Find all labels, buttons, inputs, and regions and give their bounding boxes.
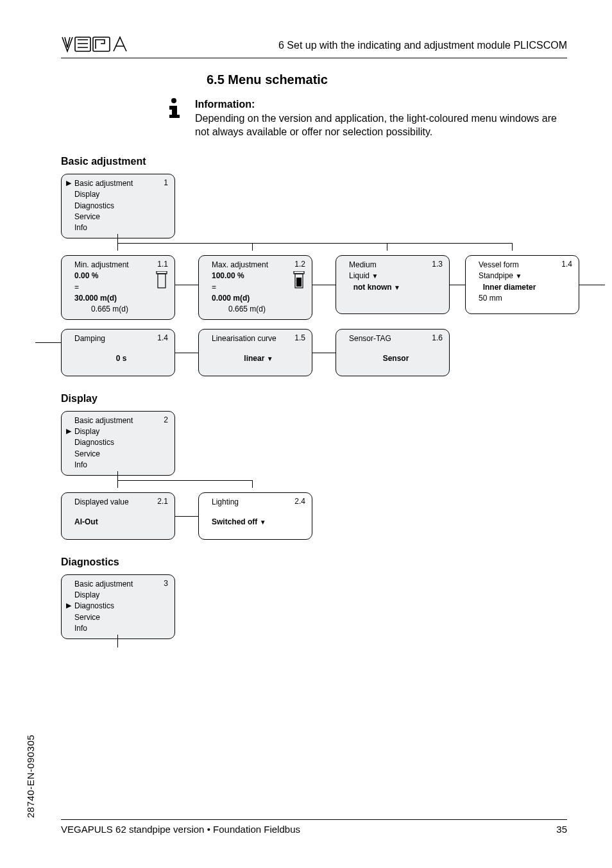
- menu-item: Info: [74, 623, 168, 634]
- menu-value: 0.665 m(d): [212, 304, 305, 315]
- diagnostics-tree: 3 Basic adjustment Display ▶ Diagnostics…: [61, 574, 599, 639]
- menu-number: 1.3: [432, 259, 443, 270]
- menu-value: 0.00 %: [74, 271, 168, 281]
- menu-title: Displayed value: [74, 497, 168, 508]
- menu-linearisation: 1.5 Linearisation curve linear ▼: [198, 329, 312, 376]
- menu-item: Display: [74, 426, 168, 437]
- menu-item: Service: [74, 449, 168, 460]
- menu-lighting: 2.4 Lighting Switched off ▼: [198, 492, 312, 540]
- menu-title: Max. adjustment: [212, 260, 305, 271]
- menu-number: 1.4: [157, 333, 168, 344]
- info-label: Information:: [195, 97, 561, 112]
- menu-item: Basic adjustment: [74, 579, 168, 590]
- document-code: 28740-EN-090305: [25, 735, 36, 818]
- menu-displayed-value: 2.1 Displayed value AI-Out: [61, 492, 175, 540]
- menu-vessel-form: 1.4 Vessel form Standpipe ▼ Inner diamet…: [465, 255, 579, 314]
- menu-medium: 1.3 Medium Liquid ▼ not known ▼: [336, 255, 450, 314]
- page-number: 35: [556, 824, 567, 835]
- menu-number: 2: [164, 415, 168, 426]
- menu-item: Display: [74, 189, 168, 200]
- menu-value: Switched off: [212, 517, 257, 526]
- menu-value: linear: [244, 354, 264, 363]
- menu-value: not known: [353, 283, 392, 292]
- menu-number: 1.1: [157, 259, 168, 270]
- menu-value: 30.000 m(d): [74, 293, 168, 304]
- menu-item: Basic adjustment: [74, 178, 168, 189]
- dropdown-icon: ▼: [260, 519, 266, 526]
- menu-value: AI-Out: [74, 517, 168, 528]
- dropdown-icon: ▼: [515, 272, 522, 280]
- menu-value: =: [74, 282, 168, 293]
- dropdown-icon: ▼: [371, 272, 378, 280]
- menu-value: Standpipe: [479, 271, 513, 280]
- menu-value: Sensor: [349, 353, 443, 364]
- menu-max-adjustment: 1.2 Max. adjustment 100.00 % = 0.000 m(d…: [198, 255, 312, 320]
- menu-value: 0 s: [74, 353, 168, 364]
- menu-number: 1.6: [432, 333, 443, 344]
- menu-title: Damping: [74, 333, 168, 344]
- svg-rect-10: [296, 278, 302, 287]
- dropdown-icon: ▼: [394, 284, 400, 291]
- tank-empty-icon: [155, 271, 168, 292]
- svg-rect-5: [169, 115, 180, 118]
- menu-title: Linearisation curve: [212, 333, 305, 344]
- display-tree: 2 Basic adjustment ▶ Display Diagnostics…: [61, 411, 599, 540]
- subsection-display: Display: [61, 393, 612, 405]
- marker-icon: ▶: [66, 601, 71, 611]
- menu-number: 1.4: [561, 259, 572, 270]
- menu-value: =: [212, 282, 305, 293]
- info-text: Depending on the version and application…: [195, 112, 561, 139]
- menu-item: Info: [74, 460, 168, 471]
- tank-full-icon: [293, 271, 305, 292]
- vega-logo: [61, 35, 132, 54]
- menu-min-adjustment: 1.1 Min. adjustment 0.00 % = 30.000 m(d)…: [61, 255, 175, 320]
- menu-title: Vessel form: [479, 260, 572, 271]
- menu-value: 0.000 m(d): [212, 293, 305, 304]
- menu-number: 1: [164, 178, 168, 188]
- page-footer: VEGAPULS 62 standpipe version • Foundati…: [61, 819, 567, 835]
- subsection-basic: Basic adjustment: [61, 156, 612, 167]
- menu-number: 2.1: [157, 496, 168, 507]
- section-title: 6.5 Menu schematic: [207, 72, 612, 87]
- menu-item: Service: [74, 212, 168, 222]
- svg-rect-7: [158, 274, 166, 288]
- header-section-title: 6 Set up with the indicating and adjustm…: [278, 40, 567, 51]
- menu-title: Lighting: [212, 497, 305, 508]
- menu-value: Inner diameter: [483, 283, 536, 292]
- menu-value: 50 mm: [479, 293, 572, 304]
- svg-rect-6: [157, 271, 167, 274]
- menu-sensor-tag: 1.6 Sensor-TAG Sensor: [336, 329, 450, 376]
- menu-item: Diagnostics: [74, 201, 168, 212]
- svg-rect-8: [294, 271, 304, 274]
- menu-item: Diagnostics: [74, 601, 168, 612]
- menu-title: Medium: [349, 260, 443, 271]
- menu-main-basic: 1 ▶ Basic adjustment Display Diagnostics…: [61, 174, 175, 238]
- menu-value: 100.00 %: [212, 271, 305, 281]
- marker-icon: ▶: [66, 178, 71, 188]
- menu-title: Min. adjustment: [74, 260, 168, 271]
- menu-main-display: 2 Basic adjustment ▶ Display Diagnostics…: [61, 411, 175, 476]
- menu-item: Service: [74, 612, 168, 623]
- subsection-diagnostics: Diagnostics: [61, 556, 612, 568]
- menu-item: Info: [74, 222, 168, 233]
- menu-number: 3: [164, 578, 168, 589]
- page-header: 6 Set up with the indicating and adjustm…: [61, 0, 567, 58]
- menu-item: Diagnostics: [74, 437, 168, 448]
- info-icon: [167, 97, 181, 122]
- info-block: Information: Depending on the version an…: [167, 97, 561, 139]
- menu-number: 1.5: [294, 333, 305, 344]
- menu-value: 0.665 m(d): [74, 304, 168, 315]
- svg-point-2: [171, 98, 176, 103]
- basic-tree: 1 ▶ Basic adjustment Display Diagnostics…: [61, 174, 599, 376]
- menu-number: 1.2: [294, 259, 305, 270]
- menu-item: Basic adjustment: [74, 415, 168, 426]
- menu-value: Liquid: [349, 271, 370, 280]
- marker-icon: ▶: [66, 426, 71, 437]
- dropdown-icon: ▼: [267, 355, 273, 362]
- menu-number: 2.4: [294, 496, 305, 507]
- menu-main-diagnostics: 3 Basic adjustment Display ▶ Diagnostics…: [61, 574, 175, 639]
- menu-item: Display: [74, 590, 168, 601]
- menu-damping: 1.4 Damping 0 s: [61, 329, 175, 376]
- footer-left: VEGAPULS 62 standpipe version • Foundati…: [61, 824, 300, 835]
- menu-title: Sensor-TAG: [349, 333, 443, 344]
